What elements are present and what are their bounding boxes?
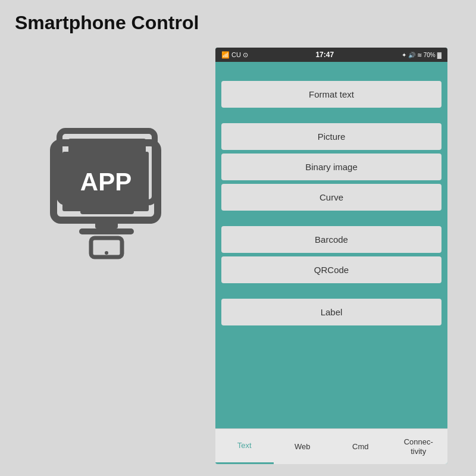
bottom-nav: Text Web Cmd Connec- tivity bbox=[215, 428, 447, 464]
wifi-icon: ≋ bbox=[417, 52, 422, 58]
nav-connectivity[interactable]: Connec- tivity bbox=[390, 429, 448, 464]
curve-button[interactable]: Curve bbox=[221, 184, 441, 211]
status-left: 📶 CU ⊙ bbox=[221, 51, 248, 59]
status-right: ✦ 🔊 ≋ 70% ▓ bbox=[402, 52, 441, 58]
signal-icon: 📶 bbox=[221, 51, 230, 59]
carrier-label: CU bbox=[231, 51, 241, 58]
page-title: Smartphone Control bbox=[0, 0, 476, 40]
top-spacer bbox=[221, 69, 441, 81]
svg-point-12 bbox=[105, 251, 108, 255]
status-time: 17:47 bbox=[315, 51, 334, 59]
nav-cmd[interactable]: Cmd bbox=[331, 429, 390, 464]
spacer-2 bbox=[221, 214, 441, 226]
binary-image-button[interactable]: Binary image bbox=[221, 154, 441, 180]
app-icon-svg: APP bbox=[45, 137, 170, 262]
svg-rect-9 bbox=[95, 220, 118, 228]
spacer-3 bbox=[221, 287, 441, 299]
battery-label: 70% bbox=[424, 52, 436, 58]
qrcode-button[interactable]: QRCode bbox=[221, 256, 441, 283]
bluetooth-icon: ✦ bbox=[402, 52, 406, 58]
volume-icon: 🔊 bbox=[408, 52, 415, 58]
battery-icon: ▓ bbox=[437, 52, 441, 58]
svg-text:APP: APP bbox=[80, 168, 131, 196]
label-button[interactable]: Label bbox=[221, 299, 441, 325]
picture-button[interactable]: Picture bbox=[221, 123, 441, 150]
barcode-button[interactable]: Barcode bbox=[221, 226, 441, 253]
nav-text[interactable]: Text bbox=[215, 429, 274, 464]
spacer-1 bbox=[221, 111, 441, 123]
phone-mockup: 📶 CU ⊙ 17:47 ✦ 🔊 ≋ 70% ▓ Format text Pic… bbox=[215, 48, 447, 464]
phone-content: Format text Picture Binary image Curve B… bbox=[215, 62, 447, 428]
format-text-button[interactable]: Format text bbox=[221, 81, 441, 108]
nav-web[interactable]: Web bbox=[274, 429, 332, 464]
svg-rect-10 bbox=[79, 228, 134, 234]
extra-icon: ⊙ bbox=[243, 51, 248, 59]
status-bar: 📶 CU ⊙ 17:47 ✦ 🔊 ≋ 70% ▓ bbox=[215, 48, 447, 62]
